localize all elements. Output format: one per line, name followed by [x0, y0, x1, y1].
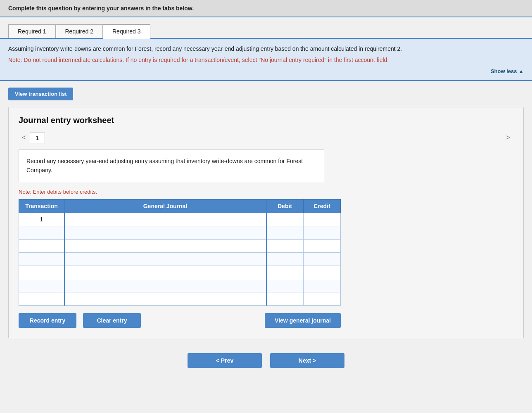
- table-row: [19, 252, 341, 266]
- journal-input[interactable]: [65, 240, 266, 252]
- tab-required-2[interactable]: Required 2: [56, 24, 103, 38]
- prev-chevron[interactable]: <: [19, 132, 30, 144]
- next-chevron[interactable]: >: [502, 132, 513, 144]
- credit-input[interactable]: [304, 266, 340, 279]
- show-less-link[interactable]: Show less ▲: [491, 68, 524, 74]
- journal-cell[interactable]: [64, 213, 266, 226]
- tab-required-3[interactable]: Required 3: [103, 24, 150, 39]
- next-button[interactable]: Next >: [270, 353, 344, 368]
- entry-description-box: Record any necessary year-end adjusting …: [19, 150, 324, 182]
- credit-input[interactable]: [304, 213, 340, 226]
- prev-button[interactable]: < Prev: [188, 353, 262, 368]
- debit-input[interactable]: [267, 226, 304, 239]
- journal-input[interactable]: [65, 292, 266, 305]
- record-entry-button[interactable]: Record entry: [19, 313, 76, 328]
- col-credit: Credit: [304, 199, 341, 213]
- journal-title: Journal entry worksheet: [19, 116, 513, 125]
- journal-input[interactable]: [65, 213, 266, 226]
- credit-input[interactable]: [304, 253, 340, 266]
- debit-input[interactable]: [267, 213, 304, 226]
- journal-cell[interactable]: [64, 292, 266, 305]
- col-transaction: Transaction: [19, 199, 64, 213]
- description-note: Note: Do not round intermediate calculat…: [8, 56, 524, 64]
- instruction-text: Complete this question by entering your …: [8, 5, 524, 12]
- credit-cell[interactable]: [304, 266, 341, 279]
- bottom-area: < Prev Next >: [0, 347, 532, 375]
- debit-input[interactable]: [267, 292, 304, 305]
- view-transaction-button[interactable]: View transaction list: [8, 88, 73, 100]
- debit-cell[interactable]: [266, 226, 304, 239]
- journal-cell[interactable]: [64, 252, 266, 266]
- note-debits: Note: Enter debits before credits.: [19, 189, 513, 195]
- view-general-journal-button[interactable]: View general journal: [265, 313, 341, 328]
- col-debit: Debit: [266, 199, 304, 213]
- debit-cell[interactable]: [266, 266, 304, 279]
- col-general-journal: General Journal: [64, 199, 266, 213]
- entry-description-text: Record any necessary year-end adjusting …: [26, 157, 316, 175]
- debit-input[interactable]: [267, 266, 304, 279]
- debit-cell[interactable]: [266, 279, 304, 292]
- description-box: Assuming inventory write-downs are commo…: [0, 39, 532, 81]
- view-transaction-area: View transaction list: [0, 81, 532, 107]
- transaction-cell: 1: [19, 213, 64, 226]
- journal-table: Transaction General Journal Debit Credit…: [19, 199, 341, 306]
- table-row: [19, 279, 341, 292]
- table-row: [19, 239, 341, 252]
- page-number-box: 1: [30, 133, 45, 143]
- credit-input[interactable]: [304, 240, 340, 252]
- journal-input[interactable]: [65, 266, 266, 279]
- table-row: [19, 292, 341, 305]
- debit-input[interactable]: [267, 279, 304, 292]
- journal-input[interactable]: [65, 226, 266, 239]
- credit-cell[interactable]: [304, 292, 341, 305]
- journal-cell[interactable]: [64, 266, 266, 279]
- debit-cell[interactable]: [266, 213, 304, 226]
- transaction-cell: [19, 292, 64, 305]
- tab-required-1[interactable]: Required 1: [8, 24, 56, 38]
- journal-cell[interactable]: [64, 279, 266, 292]
- transaction-cell: [19, 226, 64, 239]
- transaction-cell: [19, 239, 64, 252]
- credit-cell[interactable]: [304, 226, 341, 239]
- instruction-bar: Complete this question by entering your …: [0, 0, 532, 17]
- credit-cell[interactable]: [304, 279, 341, 292]
- debit-input[interactable]: [267, 240, 304, 252]
- transaction-cell: [19, 279, 64, 292]
- journal-input[interactable]: [65, 279, 266, 292]
- tabs-container: Required 1 Required 2 Required 3: [0, 17, 532, 39]
- table-row: [19, 266, 341, 279]
- journal-card: Journal entry worksheet < 1 > Record any…: [8, 107, 524, 338]
- credit-input[interactable]: [304, 226, 340, 239]
- debit-input[interactable]: [267, 253, 304, 266]
- credit-cell[interactable]: [304, 252, 341, 266]
- journal-cell[interactable]: [64, 239, 266, 252]
- pagination: < 1 >: [19, 132, 513, 144]
- table-row: 1: [19, 213, 341, 226]
- credit-input[interactable]: [304, 292, 340, 305]
- page-wrapper: Complete this question by entering your …: [0, 0, 532, 375]
- clear-entry-button[interactable]: Clear entry: [83, 313, 141, 328]
- debit-cell[interactable]: [266, 239, 304, 252]
- transaction-cell: [19, 266, 64, 279]
- description-main: Assuming inventory write-downs are commo…: [8, 45, 524, 53]
- table-row: [19, 226, 341, 239]
- action-buttons: Record entry Clear entry View general jo…: [19, 313, 341, 328]
- credit-cell[interactable]: [304, 213, 341, 226]
- credit-input[interactable]: [304, 279, 340, 292]
- transaction-cell: [19, 252, 64, 266]
- journal-input[interactable]: [65, 253, 266, 266]
- debit-cell[interactable]: [266, 252, 304, 266]
- journal-cell[interactable]: [64, 226, 266, 239]
- debit-cell[interactable]: [266, 292, 304, 305]
- credit-cell[interactable]: [304, 239, 341, 252]
